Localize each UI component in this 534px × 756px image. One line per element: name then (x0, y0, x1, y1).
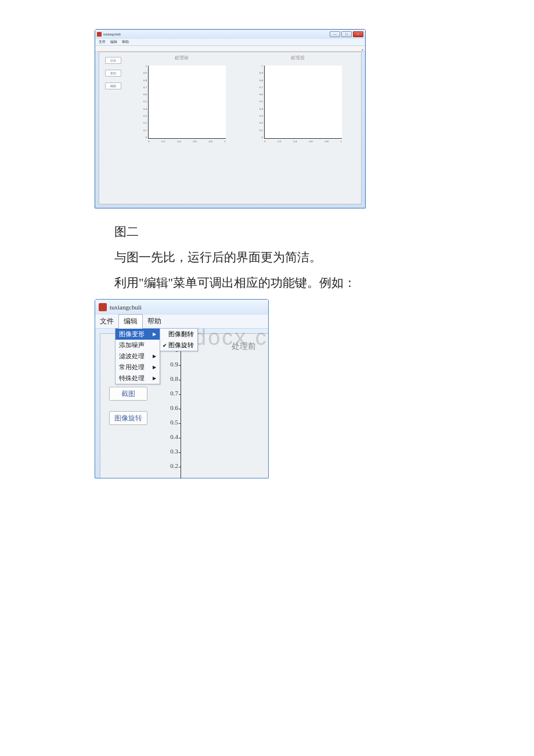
axes-before: 处理前 10.90.80.70.60.50.40.30.20.10 00.20.… (135, 55, 228, 146)
window-title: tuxiangchuli (103, 33, 330, 36)
screenshot-button[interactable]: 截图 (105, 82, 121, 89)
axes-yticks: 1 0.9 0.8 0.7 0.6 0.5 0.4 0.3 0.2 (161, 346, 178, 470)
figure-1-window: tuxiangchuli — □ × 文件 编辑 帮助 ▾ 还原 复制 截图 处… (95, 29, 366, 208)
transform-submenu: 图像翻转 ✔ 图像旋转 (160, 328, 198, 351)
menubar: 文件 编辑 帮助 (95, 39, 365, 46)
copy-button[interactable]: 复制 (105, 70, 121, 77)
close-button[interactable]: × (353, 31, 363, 37)
menu-item-add-noise[interactable]: 添加噪声 (116, 340, 160, 351)
axes-after-plot (264, 66, 342, 139)
submenu-arrow-icon: ▶ (153, 354, 156, 359)
titlebar: tuxiangchuli (95, 300, 268, 315)
axes-before-yticks: 10.90.80.70.60.50.40.30.20.10 (135, 64, 147, 139)
toolbar: ▾ (95, 46, 365, 52)
submenu-arrow-icon: ▶ (153, 376, 156, 381)
window-title: tuxiangchuli (110, 304, 142, 311)
menu-file[interactable]: 文件 (95, 315, 118, 328)
submenu-item-flip[interactable]: 图像翻转 (160, 329, 197, 340)
menu-help[interactable]: 帮助 (143, 315, 166, 328)
axes-after: 处理后 10.90.80.70.60.50.40.30.20.10 00.20.… (251, 55, 344, 146)
menu-edit[interactable]: 编辑 (118, 314, 143, 329)
menu-help[interactable]: 帮助 (122, 39, 129, 45)
figure-canvas: 还原 复制 截图 处理前 10.90.80.70.60.50.40.30.20.… (99, 52, 362, 204)
submenu-arrow-icon: ▶ (153, 332, 156, 337)
app-icon (97, 32, 102, 37)
axes-title: 处理前 (232, 341, 256, 352)
axes-before-title: 处理前 (175, 55, 189, 61)
figure-2-window: tuxiangchuli 文件 编辑 帮助 图像变形▶ 添加噪声 滤波处理▶ (95, 299, 269, 478)
menu-file[interactable]: 文件 (99, 39, 106, 45)
menu-edit[interactable]: 编辑 (110, 39, 117, 45)
app-icon (99, 303, 107, 311)
check-icon: ✔ (163, 343, 168, 348)
menu-item-image-transform[interactable]: 图像变形▶ (116, 329, 160, 340)
submenu-item-rotate[interactable]: ✔ 图像旋转 (160, 340, 197, 351)
y-axis-line (181, 351, 181, 478)
side-buttons: 还原 复制 截图 (105, 57, 121, 89)
rotate-button[interactable]: 图像旋转 (109, 411, 147, 425)
axes-after-yticks: 10.90.80.70.60.50.40.30.20.10 (251, 64, 263, 139)
side-buttons: 截图 图像旋转 (109, 387, 147, 425)
menu-item-common-processing[interactable]: 常用处理▶ (116, 362, 160, 373)
doc-line-2: 利用"编辑"菜单可调出相应的功能键。例如： (90, 270, 499, 296)
menubar: 文件 编辑 帮助 (95, 315, 268, 329)
menu-item-filter[interactable]: 滤波处理▶ (116, 351, 160, 362)
submenu-arrow-icon: ▶ (153, 365, 156, 370)
axes-after-xticks: 00.20.40.60.81 (264, 140, 342, 146)
restore-button[interactable]: 还原 (105, 57, 121, 64)
document-text: 图二 与图一先比，运行后的界面更为简洁。 利用"编辑"菜单可调出相应的功能键。例… (90, 219, 499, 296)
minimize-button[interactable]: — (330, 31, 340, 37)
titlebar: tuxiangchuli — □ × (95, 30, 365, 39)
toolbar-grip-icon[interactable]: ▾ (362, 48, 363, 52)
figure-2-container: w.bdocx.com tuxiangchuli 文件 编辑 帮助 图像变形▶ … (95, 299, 269, 478)
screenshot-button[interactable]: 截图 (109, 387, 147, 401)
edit-dropdown: 图像变形▶ 添加噪声 滤波处理▶ 常用处理▶ 特殊处理▶ (115, 328, 160, 384)
axes-before-xticks: 00.20.40.60.81 (148, 140, 226, 146)
axes-after-title: 处理后 (291, 55, 305, 61)
axes-before-plot (148, 66, 226, 139)
maximize-button[interactable]: □ (341, 31, 352, 37)
doc-line-1: 与图一先比，运行后的界面更为简洁。 (90, 244, 499, 270)
caption-fig2: 图二 (90, 219, 499, 244)
menu-item-special-processing[interactable]: 特殊处理▶ (116, 373, 160, 384)
